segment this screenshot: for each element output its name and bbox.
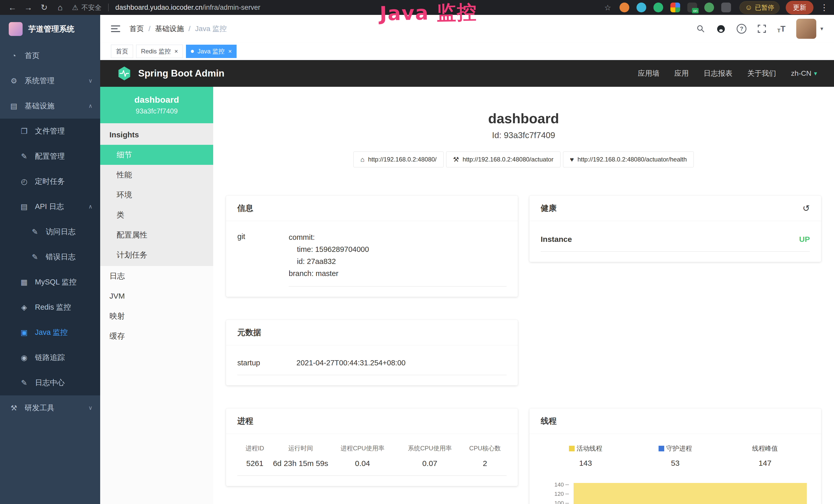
reload-icon[interactable]: ↻ <box>38 3 51 12</box>
sidebar-item-label: 错误日志 <box>46 252 75 262</box>
app-logo-title: 芋道管理系统 <box>28 24 74 35</box>
metadata-row: startup 2021-04-27T00:44:31.254+08:00 <box>237 356 506 375</box>
sba-nav-journal[interactable]: 日志报表 <box>704 69 732 78</box>
breadcrumb-item[interactable]: 基础设施 <box>155 24 184 33</box>
sba-item-classes[interactable]: 类 <box>100 205 213 225</box>
sidebar-item-java-monitor[interactable]: ▣ Java 监控 <box>0 320 100 345</box>
address-bar[interactable]: dashboard.yudao.iocoder.cn/infra/admin-s… <box>115 4 260 12</box>
health-instance-label: Instance <box>541 235 572 244</box>
chevron-up-icon: ∧ <box>88 203 92 210</box>
home-icon: ⌂ <box>360 156 365 164</box>
sidebar-item-log-center[interactable]: ✎ 日志中心 <box>0 370 100 395</box>
live-threads-value: 143 <box>541 459 630 467</box>
tab-java-monitor[interactable]: Java 监控 × <box>186 45 237 58</box>
breadcrumb-separator: / <box>149 25 151 33</box>
main-column: 首页 / 基础设施 / Java 监控 ? TT ▾ 首页 <box>100 15 834 504</box>
service-url-button[interactable]: ⌂ http://192.168.0.2:48080/ <box>353 152 444 167</box>
extensions-puzzle-icon[interactable] <box>721 3 731 12</box>
sba-main: dashboard Id: 93a3fc7f7409 ⌂ http://192.… <box>213 87 834 504</box>
hamburger-icon[interactable] <box>111 25 120 32</box>
sba-item-metrics[interactable]: 性能 <box>100 165 213 185</box>
sidebar-item-error-log[interactable]: ✎ 错误日志 <box>0 245 100 270</box>
history-icon[interactable]: ↺ <box>803 203 810 213</box>
extension-icon-switchy[interactable]: on <box>687 3 697 12</box>
metadata-card-header: 元数据 <box>226 320 518 345</box>
chevron-down-icon: ∨ <box>88 405 92 411</box>
font-size-icon[interactable]: TT <box>777 24 786 33</box>
app-logo[interactable]: 芋道管理系统 <box>0 15 100 43</box>
sidebar-item-infra[interactable]: ▤ 基础设施 ∧ <box>0 93 100 119</box>
sba-item-logs[interactable]: 日志 <box>100 266 213 286</box>
extension-icon-leaf[interactable] <box>704 3 714 12</box>
sidebar-item-config[interactable]: ✎ 配置管理 <box>0 144 100 169</box>
process-table-headers: 进程ID 运行时间 进程CPU使用率 系统CPU使用率 CPU核心数 <box>237 444 506 452</box>
back-icon[interactable]: ← <box>6 3 19 12</box>
sidebar-item-system[interactable]: ⚙ 系统管理 ∨ <box>0 68 100 93</box>
sidebar-item-jobs[interactable]: ◴ 定时任务 <box>0 169 100 194</box>
sidebar-item-mysql[interactable]: ▦ MySQL 监控 <box>0 270 100 295</box>
user-avatar[interactable] <box>796 19 816 39</box>
chrome-update-button[interactable]: 更新 <box>786 1 813 15</box>
breadcrumb-item[interactable]: 首页 <box>129 24 144 33</box>
info-card: 信息 git commit: time: 1596289704000 id: 2… <box>226 196 518 297</box>
sba-item-config-props[interactable]: 配置属性 <box>100 225 213 245</box>
help-icon[interactable]: ? <box>737 24 746 33</box>
card-title: 进程 <box>237 416 253 427</box>
sidebar-item-api-log[interactable]: ▤ API 日志 ∧ <box>0 194 100 219</box>
health-instance-row[interactable]: Instance UP <box>541 231 810 252</box>
health-url-button[interactable]: ♥ http://192.168.0.2:48080/actuator/heal… <box>563 152 694 167</box>
metadata-value: 2021-04-27T00:44:31.254+08:00 <box>297 359 405 367</box>
y-tick: 140 <box>541 481 569 488</box>
home-icon[interactable]: ⌂ <box>53 3 67 12</box>
extension-icon-4[interactable] <box>671 3 680 12</box>
sidebar-item-files[interactable]: ❐ 文件管理 <box>0 119 100 144</box>
log-icon: ▤ <box>20 202 29 211</box>
url-host: dashboard.yudao.iocoder.cn <box>115 4 202 11</box>
sba-item-environment[interactable]: 环境 <box>100 185 213 205</box>
sidebar-item-tracing[interactable]: ◉ 链路追踪 <box>0 345 100 370</box>
extension-icon-2[interactable] <box>636 3 646 12</box>
sba-language-select[interactable]: zh-CN ▾ <box>791 69 817 77</box>
tab-home[interactable]: 首页 <box>111 45 133 58</box>
live-threads-area <box>574 483 807 504</box>
process-card-header: 进程 <box>226 409 518 434</box>
close-icon[interactable]: × <box>228 48 232 55</box>
fullscreen-icon[interactable] <box>757 24 766 33</box>
bookmark-star-icon[interactable]: ☆ <box>605 3 611 12</box>
search-icon[interactable] <box>696 24 705 33</box>
caret-down-icon[interactable]: ▾ <box>820 25 823 32</box>
actuator-url-button[interactable]: ⚒ http://192.168.0.2:48080/actuator <box>446 152 561 167</box>
sba-nav-applications[interactable]: 应用 <box>675 69 689 78</box>
tab-redis-monitor[interactable]: Redis 监控 × <box>136 45 183 58</box>
profile-paused-badge[interactable]: ☺ 已暂停 <box>740 1 780 14</box>
sba-nav-wallboard[interactable]: 应用墙 <box>638 69 660 78</box>
sba-nav-about[interactable]: 关于我们 <box>747 69 776 78</box>
legend-peak: 线程峰值 <box>720 444 810 453</box>
card-title: 信息 <box>237 203 253 214</box>
sba-sidebar: dashboard 93a3fc7f7409 Insights 细节 性能 环境… <box>100 87 213 504</box>
sba-item-details[interactable]: 细节 <box>100 145 213 165</box>
sba-item-jvm[interactable]: JVM <box>100 286 213 306</box>
sba-brand[interactable]: Spring Boot Admin <box>117 66 224 81</box>
trace-icon: ◉ <box>20 353 29 362</box>
security-label: 不安全 <box>82 3 102 12</box>
sba-instance-block[interactable]: dashboard 93a3fc7f7409 <box>100 87 213 123</box>
sba-item-mappings[interactable]: 映射 <box>100 306 213 326</box>
sidebar-item-access-log[interactable]: ✎ 访问日志 <box>0 219 100 245</box>
security-chip[interactable]: ⚠ 不安全 <box>72 3 102 12</box>
legend-yellow-swatch <box>569 446 575 451</box>
sba-item-scheduled-tasks[interactable]: 计划任务 <box>100 245 213 265</box>
sidebar-item-dev-tools[interactable]: ⚒ 研发工具 ∨ <box>0 395 100 420</box>
forward-icon[interactable]: → <box>22 3 35 12</box>
github-icon[interactable] <box>716 24 726 33</box>
browser-menu-icon[interactable]: ⋮ <box>820 3 828 12</box>
extension-icon-1[interactable] <box>619 3 629 12</box>
sba-item-caches[interactable]: 缓存 <box>100 326 213 346</box>
peak-threads-value: 147 <box>720 459 810 467</box>
sidebar-item-home[interactable]: ◔ 首页 <box>0 43 100 68</box>
extension-icon-3[interactable] <box>654 3 663 12</box>
sidebar-item-redis[interactable]: ◈ Redis 监控 <box>0 295 100 320</box>
threads-legend-values: 143 53 147 <box>541 459 810 467</box>
close-icon[interactable]: × <box>174 48 178 55</box>
sba-header: Spring Boot Admin 应用墙 应用 日志报表 关于我们 zh-CN… <box>100 60 834 87</box>
